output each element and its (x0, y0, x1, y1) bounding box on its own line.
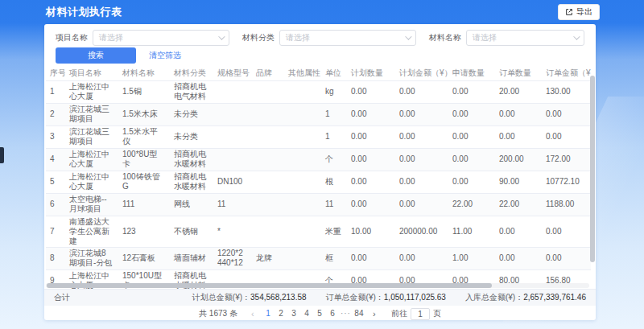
table-cell: 太空电梯--月球项目 (65, 193, 118, 216)
column-header: 规格型号 (213, 66, 252, 80)
table-cell: 滨江花城三期项目 (65, 103, 118, 125)
table-cell: 8 (46, 247, 65, 269)
table-cell: 0.00 (542, 216, 591, 247)
goto-page: 前往 页 (391, 308, 441, 320)
table-cell: 10.00 (347, 216, 395, 247)
table-cell: 根 (321, 171, 347, 193)
search-button[interactable]: 搜索 (56, 47, 136, 64)
table-cell: 滨江花城三期项目 (65, 125, 118, 148)
table-cell: 招商机电 电气材料 (170, 80, 213, 103)
table-cell: 0.00 (495, 247, 542, 269)
order-total: 订单总金额(¥)：1,050,117,025.63 (326, 292, 446, 303)
material-name-select[interactable]: 请选择 (466, 30, 584, 46)
page-button[interactable]: 5 (313, 307, 326, 320)
table-row: 5上海松江中心大厦100铸铁管G招商机电 水暖材料DN100根0.000.000… (46, 171, 591, 193)
table-cell: 90.00 (495, 171, 542, 193)
page-button[interactable]: 6 (326, 307, 339, 320)
left-edge-handle[interactable] (0, 147, 4, 163)
table-cell (252, 193, 284, 216)
table-cell: 1.5铜 (118, 80, 170, 103)
table-cell (213, 148, 252, 171)
table-cell (252, 171, 284, 193)
column-header: 订单数量 (495, 66, 542, 80)
summary-totals: 计划总金额(¥)：354,568,213.58 订单总金额(¥)：1,050,1… (192, 292, 586, 303)
table-cell: 200.00 (495, 148, 542, 171)
prev-page-button[interactable]: ‹ (247, 309, 258, 319)
table-cell: 0.00 (395, 103, 448, 125)
table-cell: 0.00 (448, 125, 495, 148)
project-name-label: 项目名称 (56, 32, 88, 43)
column-header: 计划金额（¥） (395, 66, 448, 80)
page-button[interactable]: 1 (262, 307, 275, 320)
table-cell: 0.00 (542, 125, 591, 148)
column-header: 项目名称 (65, 66, 118, 80)
table-cell: 未分类 (170, 103, 213, 125)
table-cell: 墙面辅材 (170, 247, 213, 269)
table-cell (284, 193, 321, 216)
vertical-scrollbar-thumb[interactable] (590, 76, 595, 262)
table-cell: 22.00 (495, 193, 542, 216)
table-cell: 上海松江中心大厦 (65, 171, 118, 193)
table-cell: 200000.00 (395, 216, 448, 247)
table-cell: 123 (118, 216, 170, 247)
select-placeholder: 请选择 (286, 32, 310, 43)
vertical-scrollbar[interactable] (590, 66, 595, 283)
table-cell (252, 148, 284, 171)
material-name-label: 材料名称 (429, 32, 461, 43)
plan-total: 计划总金额(¥)：354,568,213.58 (192, 292, 307, 303)
table-cell: 0.00 (448, 171, 495, 193)
page-button[interactable]: 4 (300, 307, 313, 320)
select-placeholder: 请选择 (99, 32, 123, 43)
export-button[interactable]: 导出 (558, 4, 600, 20)
goto-page-input[interactable] (411, 308, 430, 320)
column-header: 订单金额（¥） (542, 66, 591, 80)
total-count: 共 1673 条 (199, 308, 237, 319)
table-cell: 0.00 (448, 148, 495, 171)
table-row: 7南通盛达大学生公寓新建123不锈钢*米重10.00200000.0011.00… (46, 216, 591, 247)
table-cell: 未分类 (170, 125, 213, 148)
material-category-select[interactable]: 请选择 (279, 30, 416, 46)
table-cell: 11.00 (448, 216, 495, 247)
table-cell: 招商机电 水暖材料 (170, 148, 213, 171)
table-cell (252, 125, 284, 148)
table-cell: 0.00 (448, 80, 495, 103)
table-cell: 12石膏板 (118, 247, 170, 269)
table-cell (252, 80, 284, 103)
table-cell: 1188.00 (542, 193, 591, 216)
table-cell: DN100 (213, 171, 252, 193)
page-button[interactable]: 3 (287, 307, 300, 320)
table-cell: 0.00 (395, 247, 448, 269)
table-cell (252, 103, 284, 125)
material-category-label: 材料分类 (242, 32, 275, 43)
content-panel: 项目名称 请选择 材料分类 请选择 材料名称 请选择 搜索 清空筛选 序号项目名… (44, 24, 596, 320)
clear-filters-link[interactable]: 清空筛选 (149, 50, 181, 61)
table-cell (284, 148, 321, 171)
table-cell: 0.00 (448, 103, 495, 125)
top-bar: 材料计划执行表 导出 (0, 0, 644, 24)
column-header: 品牌 (252, 66, 284, 80)
table-cell: 龙牌 (252, 247, 284, 269)
table-cell: 20.00 (495, 80, 542, 103)
horizontal-scrollbar-thumb[interactable] (47, 283, 492, 288)
table-cell: 0.00 (495, 125, 542, 148)
table-cell: 130.00 (542, 80, 591, 103)
table-cell: 0.00 (542, 103, 591, 125)
table-body: 1上海松江中心大厦1.5铜招商机电 电气材料kg0.000.000.0020.0… (46, 80, 591, 292)
page-ellipsis: ··· (339, 307, 353, 320)
summary-row: 合计 计划总金额(¥)：354,568,213.58 订单总金额(¥)：1,05… (44, 289, 596, 306)
horizontal-scrollbar[interactable] (46, 283, 589, 288)
project-name-select[interactable]: 请选择 (93, 30, 229, 46)
page-button[interactable]: 84 (353, 307, 365, 320)
export-icon (565, 8, 573, 16)
page-button[interactable]: 2 (275, 307, 287, 320)
table-cell (284, 80, 321, 103)
data-table: 序号项目名称材料名称材料分类规格型号品牌其他属性单位计划数量计划金额（¥）申请数… (46, 66, 592, 293)
table-cell: 0.00 (495, 103, 542, 125)
column-header: 单位 (321, 66, 347, 80)
next-page-button[interactable]: › (369, 309, 380, 319)
table-cell: 0.00 (347, 103, 395, 125)
table-cell (284, 103, 321, 125)
table-cell (213, 80, 252, 103)
export-label: 导出 (576, 6, 592, 18)
table-cell: 1.00 (448, 247, 495, 269)
